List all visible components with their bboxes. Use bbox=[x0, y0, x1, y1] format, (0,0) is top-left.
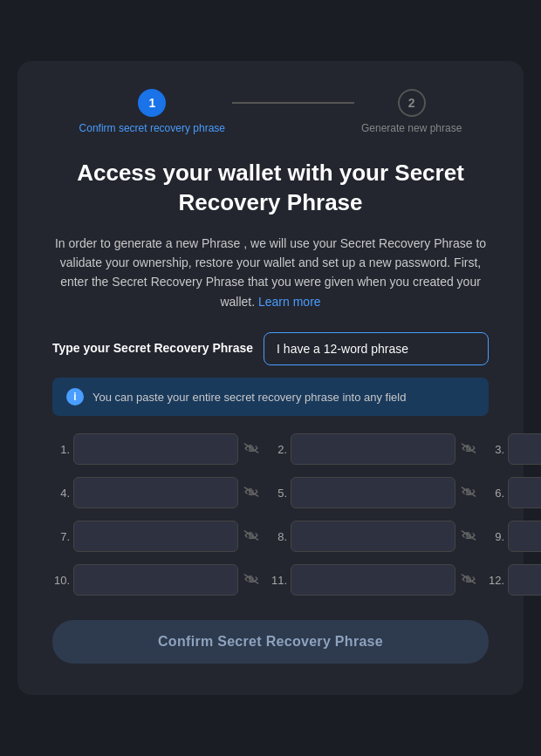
step-2: 2 Generate new phrase bbox=[361, 89, 462, 134]
phrase-type-label: Type your Secret Recovery Phrase bbox=[52, 340, 253, 358]
step-2-label: Generate new phrase bbox=[361, 122, 462, 134]
word-grid: 1.2.3.4.5.6.7.8.9.10.11.12. bbox=[52, 433, 489, 596]
word-cell-4: 4. bbox=[52, 477, 261, 508]
word-cell-12: 12. bbox=[487, 564, 541, 596]
learn-more-link[interactable]: Learn more bbox=[258, 295, 321, 309]
step-1: 1 Confirm secret recovery phrase bbox=[79, 89, 225, 134]
word-number-1: 1. bbox=[52, 443, 70, 456]
word-cell-8: 8. bbox=[270, 521, 478, 552]
confirm-button[interactable]: Confirm Secret Recovery Phrase bbox=[52, 620, 489, 664]
eye-toggle-7[interactable] bbox=[242, 527, 261, 546]
step-connector bbox=[232, 102, 354, 104]
word-input-6[interactable] bbox=[508, 477, 541, 508]
word-number-10: 10. bbox=[52, 574, 70, 587]
word-cell-5: 5. bbox=[270, 477, 478, 508]
word-input-3[interactable] bbox=[508, 433, 541, 465]
stepper: 1 Confirm secret recovery phrase 2 Gener… bbox=[52, 89, 489, 134]
word-input-12[interactable] bbox=[508, 564, 541, 596]
word-input-7[interactable] bbox=[73, 521, 238, 552]
description-text: In order to generate a new Phrase , we w… bbox=[52, 234, 489, 312]
word-input-9[interactable] bbox=[508, 521, 541, 552]
eye-toggle-10[interactable] bbox=[242, 570, 261, 589]
word-cell-7: 7. bbox=[52, 521, 261, 552]
word-cell-10: 10. bbox=[52, 564, 261, 596]
eye-toggle-5[interactable] bbox=[459, 483, 478, 502]
main-container: 1 Confirm secret recovery phrase 2 Gener… bbox=[17, 61, 524, 695]
word-number-12: 12. bbox=[487, 574, 504, 587]
word-number-3: 3. bbox=[487, 443, 504, 456]
word-input-5[interactable] bbox=[291, 477, 455, 508]
eye-toggle-8[interactable] bbox=[459, 527, 478, 546]
step-1-circle: 1 bbox=[138, 89, 166, 117]
phrase-type-row: Type your Secret Recovery Phrase I have … bbox=[52, 332, 489, 365]
word-cell-2: 2. bbox=[270, 433, 478, 465]
info-banner: i You can paste your entire secret recov… bbox=[52, 378, 489, 416]
eye-toggle-11[interactable] bbox=[459, 570, 478, 589]
word-cell-6: 6. bbox=[487, 477, 541, 508]
word-number-9: 9. bbox=[487, 530, 504, 543]
word-input-2[interactable] bbox=[291, 433, 455, 465]
info-icon: i bbox=[66, 388, 84, 405]
phrase-type-select[interactable]: I have a 12-word phrase I have a 24-word… bbox=[264, 332, 489, 365]
page-title: Access your wallet with your Secret Reco… bbox=[52, 159, 489, 218]
step-1-label: Confirm secret recovery phrase bbox=[79, 122, 225, 134]
word-input-4[interactable] bbox=[73, 477, 238, 508]
word-cell-1: 1. bbox=[52, 433, 261, 465]
word-cell-9: 9. bbox=[487, 521, 541, 552]
word-cell-3: 3. bbox=[487, 433, 541, 465]
word-number-8: 8. bbox=[270, 530, 287, 543]
word-input-8[interactable] bbox=[291, 521, 455, 552]
word-input-11[interactable] bbox=[291, 564, 455, 596]
eye-toggle-4[interactable] bbox=[242, 483, 261, 502]
word-input-10[interactable] bbox=[73, 564, 238, 596]
eye-toggle-2[interactable] bbox=[459, 439, 478, 459]
word-number-5: 5. bbox=[270, 487, 287, 500]
eye-toggle-1[interactable] bbox=[242, 439, 261, 459]
word-number-11: 11. bbox=[270, 574, 287, 587]
word-input-1[interactable] bbox=[73, 433, 238, 465]
word-number-7: 7. bbox=[52, 530, 70, 543]
step-2-circle: 2 bbox=[398, 89, 426, 117]
info-banner-text: You can paste your entire secret recover… bbox=[92, 391, 406, 404]
word-number-4: 4. bbox=[52, 487, 70, 500]
word-number-2: 2. bbox=[270, 443, 287, 456]
word-number-6: 6. bbox=[487, 487, 504, 500]
word-cell-11: 11. bbox=[270, 564, 478, 596]
